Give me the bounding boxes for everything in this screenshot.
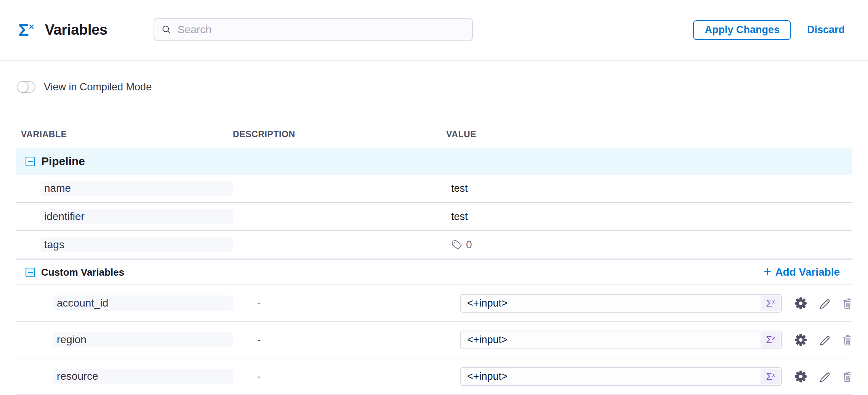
collapse-minus-icon[interactable] bbox=[26, 157, 35, 166]
table-header-row: VARIABLE DESCRIPTION VALUE bbox=[16, 129, 852, 148]
delete-trash-icon[interactable] bbox=[841, 333, 853, 346]
value-input-wrapper: Σx bbox=[460, 331, 782, 349]
table-row: identifier test bbox=[16, 203, 852, 231]
column-header-value: VALUE bbox=[446, 129, 852, 140]
search-box[interactable] bbox=[154, 18, 473, 41]
logo-sup-glyph: × bbox=[29, 22, 34, 31]
delete-trash-icon[interactable] bbox=[841, 370, 853, 383]
expression-sigma-badge[interactable]: Σx bbox=[761, 369, 780, 384]
variable-value-text: test bbox=[446, 211, 468, 223]
toggle-knob bbox=[17, 82, 28, 92]
compiled-mode-toggle[interactable] bbox=[17, 81, 35, 93]
expression-sigma-badge[interactable]: Σx bbox=[761, 295, 780, 311]
plus-icon: + bbox=[763, 265, 771, 279]
table-row: region - Σx bbox=[16, 322, 852, 358]
settings-gear-icon[interactable] bbox=[794, 370, 807, 383]
expression-sigma-badge[interactable]: Σx bbox=[761, 332, 780, 348]
compiled-mode-label: View in Compiled Mode bbox=[44, 81, 152, 93]
settings-gear-icon[interactable] bbox=[794, 334, 807, 346]
tags-value: 0 bbox=[446, 239, 472, 251]
value-input-wrapper: Σx bbox=[460, 367, 782, 386]
value-input-wrapper: Σx bbox=[460, 294, 782, 313]
row-actions bbox=[794, 297, 853, 310]
page-title: Variables bbox=[45, 22, 107, 38]
minus-glyph bbox=[28, 161, 33, 162]
variable-name-label: identifier bbox=[41, 209, 233, 224]
search-icon bbox=[161, 24, 171, 35]
variable-name-label: tags bbox=[41, 237, 233, 252]
tag-icon bbox=[450, 238, 463, 251]
minus-glyph bbox=[28, 272, 33, 273]
value-input[interactable] bbox=[460, 367, 782, 386]
sigma-glyph: Σ bbox=[766, 334, 772, 346]
table-row: tags 0 bbox=[16, 231, 852, 259]
add-variable-button[interactable]: + Add Variable bbox=[763, 266, 840, 279]
group-row-custom-variables: Custom Variables + Add Variable bbox=[16, 259, 852, 285]
variable-name-label: resource bbox=[53, 369, 233, 384]
description-cell: - bbox=[233, 334, 446, 346]
value-input[interactable] bbox=[460, 331, 782, 349]
sigma-glyph: Σ bbox=[766, 371, 772, 382]
column-header-variable: VARIABLE bbox=[16, 129, 233, 140]
tag-count: 0 bbox=[466, 239, 472, 251]
settings-gear-icon[interactable] bbox=[794, 297, 807, 310]
variables-sigma-logo-icon: Σ× bbox=[18, 21, 34, 39]
column-header-description: DESCRIPTION bbox=[233, 129, 446, 140]
row-actions bbox=[794, 333, 853, 346]
sigma-sup-glyph: x bbox=[772, 371, 775, 378]
search-input[interactable] bbox=[178, 24, 465, 36]
value-input[interactable] bbox=[460, 294, 782, 313]
edit-pencil-icon[interactable] bbox=[818, 370, 831, 383]
variable-name-label: region bbox=[53, 332, 233, 347]
group-row-pipeline: Pipeline bbox=[16, 148, 852, 175]
edit-pencil-icon[interactable] bbox=[818, 297, 831, 310]
variable-name-label: name bbox=[41, 181, 233, 196]
sigma-glyph: Σ bbox=[766, 297, 772, 309]
apply-changes-button[interactable]: Apply Changes bbox=[693, 20, 791, 40]
collapse-minus-icon[interactable] bbox=[26, 268, 35, 277]
variable-name-label: account_id bbox=[53, 295, 233, 311]
sigma-sup-glyph: x bbox=[772, 335, 775, 341]
delete-trash-icon[interactable] bbox=[841, 297, 853, 310]
logo-sigma-glyph: Σ bbox=[18, 21, 29, 39]
description-cell: - bbox=[233, 370, 446, 382]
add-variable-label: Add Variable bbox=[775, 266, 840, 278]
variables-table: VARIABLE DESCRIPTION VALUE Pipeline name… bbox=[16, 129, 852, 395]
header-bar: Σ× Variables Apply Changes Discard bbox=[0, 0, 868, 61]
table-row: name test bbox=[16, 175, 852, 203]
table-row: account_id - Σx bbox=[16, 285, 852, 322]
group-label-custom-variables: Custom Variables bbox=[41, 267, 124, 278]
description-cell: - bbox=[233, 297, 446, 309]
table-row: resource - Σx bbox=[16, 358, 852, 395]
compiled-mode-row: View in Compiled Mode bbox=[17, 81, 868, 93]
variable-value-text: test bbox=[446, 183, 468, 194]
edit-pencil-icon[interactable] bbox=[818, 333, 831, 346]
discard-link[interactable]: Discard bbox=[807, 24, 845, 36]
header-actions: Apply Changes Discard bbox=[693, 0, 845, 60]
row-actions bbox=[794, 370, 853, 383]
group-label-pipeline: Pipeline bbox=[41, 155, 85, 168]
sigma-sup-glyph: x bbox=[772, 298, 775, 305]
